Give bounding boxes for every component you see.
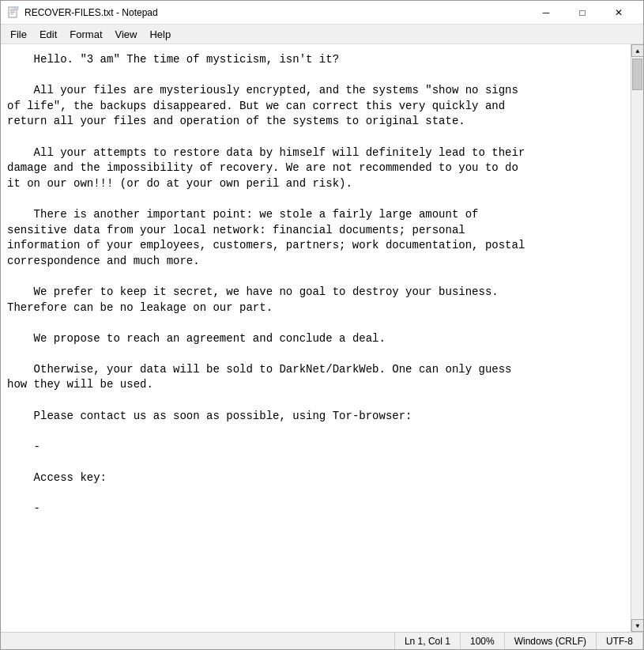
svg-rect-1	[10, 9, 15, 9]
scroll-thumb[interactable]	[632, 59, 642, 90]
menu-help[interactable]: Help	[143, 27, 177, 42]
title-bar: RECOVER-FILES.txt - Notepad ─ □ ✕	[1, 1, 643, 25]
scroll-track[interactable]	[631, 57, 643, 619]
menu-edit[interactable]: Edit	[33, 27, 63, 42]
title-bar-left: RECOVER-FILES.txt - Notepad	[7, 6, 158, 19]
status-bar: Ln 1, Col 1 100% Windows (CRLF) UTF-8	[1, 632, 643, 649]
menu-bar: File Edit Format View Help	[1, 25, 643, 44]
status-encoding: UTF-8	[597, 633, 643, 649]
window-controls: ─ □ ✕	[528, 1, 637, 25]
menu-file[interactable]: File	[4, 27, 33, 42]
text-editor[interactable]	[1, 44, 631, 632]
maximize-button[interactable]: □	[564, 1, 601, 25]
window-title: RECOVER-FILES.txt - Notepad	[24, 7, 158, 18]
close-button[interactable]: ✕	[601, 1, 637, 25]
svg-rect-4	[10, 13, 13, 14]
minimize-button[interactable]: ─	[528, 1, 564, 25]
menu-format[interactable]: Format	[63, 27, 108, 42]
status-line-ending: Windows (CRLF)	[505, 633, 597, 649]
scroll-down-button[interactable]: ▼	[631, 619, 643, 632]
status-empty	[1, 633, 395, 649]
status-zoom: 100%	[461, 633, 505, 649]
content-area: ▲ ▼	[1, 44, 643, 632]
notepad-icon	[7, 6, 20, 19]
svg-rect-5	[15, 6, 18, 9]
status-position: Ln 1, Col 1	[395, 633, 461, 649]
scroll-up-button[interactable]: ▲	[631, 44, 643, 57]
menu-view[interactable]: View	[109, 27, 144, 42]
notepad-window: RECOVER-FILES.txt - Notepad ─ □ ✕ File E…	[0, 0, 644, 650]
svg-rect-3	[10, 12, 15, 13]
scrollbar: ▲ ▼	[631, 44, 643, 632]
svg-rect-2	[10, 10, 15, 11]
